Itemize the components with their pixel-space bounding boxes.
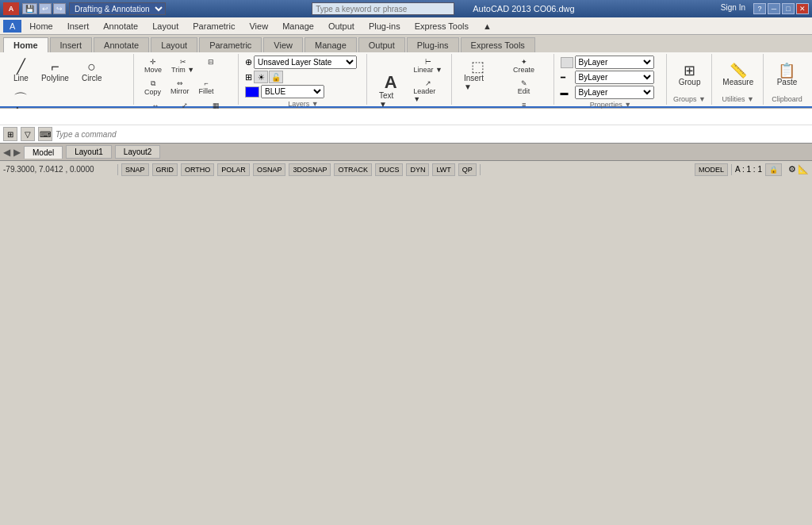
tab-model[interactable]: Model	[24, 146, 63, 159]
tab-manage[interactable]: Manage	[304, 37, 357, 52]
copy-btn[interactable]: ⧉Copy	[140, 77, 165, 98]
polyline-btn[interactable]: ⌐ Polyline	[36, 56, 75, 86]
lwt-btn[interactable]: LWT	[432, 163, 454, 176]
annotation-icon[interactable]: 📐	[798, 164, 809, 174]
restore-btn[interactable]: □	[782, 3, 795, 14]
tab-insert[interactable]: Insert	[50, 37, 93, 52]
copy-icon: ⧉	[151, 79, 155, 88]
menu-item-layout[interactable]: Layout	[146, 20, 185, 33]
utilities-label: Utilities ▼	[718, 94, 758, 103]
edit-btn[interactable]: ✎Edit	[500, 77, 549, 98]
bylayer3-dropdown[interactable]: ByLayer	[575, 86, 654, 99]
tab-plugins[interactable]: Plug-ins	[407, 37, 459, 52]
layer-icon: ⊕	[245, 57, 252, 67]
fillet-btn[interactable]: ⌐Fillet	[195, 77, 218, 98]
layer-freeze-btn[interactable]: ☀	[254, 71, 268, 83]
menu-item-home[interactable]: Home	[23, 20, 59, 33]
ribbon-group-properties: ByLayer ━ ByLayer ▬ ByLayer Properties ▼	[556, 54, 667, 105]
trim-icon: ✂	[180, 58, 186, 66]
group-btn[interactable]: ⊞ Group	[673, 59, 707, 90]
qp-btn[interactable]: QP	[458, 163, 477, 176]
offset-btn[interactable]: ⊟	[200, 56, 222, 76]
workspace-dropdown[interactable]: Drafting & Annotation	[69, 2, 166, 15]
ducs-btn[interactable]: DUCS	[375, 163, 404, 176]
ribbon-group-layers: ⊕ Unsaved Layer State ⊞ ☀ 🔓 BLUE Layers …	[240, 54, 367, 105]
mirror-label: Mirror	[170, 87, 190, 95]
menu-item-view[interactable]: View	[243, 20, 274, 33]
tab-view[interactable]: View	[263, 37, 303, 52]
menu-item-annotate[interactable]: Annotate	[97, 20, 144, 33]
model-space-btn[interactable]: MODEL	[695, 163, 728, 176]
bylayer2-dropdown[interactable]: ByLayer	[575, 71, 654, 84]
layer-state-dropdown[interactable]: Unsaved Layer State	[254, 56, 357, 69]
tab-parametric[interactable]: Parametric	[199, 37, 262, 52]
menu-item-manage[interactable]: Manage	[276, 20, 320, 33]
cmd-search-btn[interactable]: ⊞	[3, 127, 17, 141]
insert-label: Insert ▼	[464, 74, 492, 91]
mirror-btn[interactable]: ⇔Mirror	[167, 77, 193, 98]
tab-annotate[interactable]: Annotate	[94, 37, 149, 52]
tab-home[interactable]: Home	[3, 37, 48, 52]
cmd-arrow-btn[interactable]: ▽	[21, 127, 35, 141]
ortho-btn[interactable]: ORTHO	[181, 163, 214, 176]
color-dropdown[interactable]: BLUE	[261, 85, 324, 98]
text-label: Text ▼	[379, 91, 402, 109]
search-input[interactable]	[312, 2, 454, 15]
grid-btn[interactable]: GRID	[152, 163, 178, 176]
lock-btn[interactable]: 🔒	[765, 163, 782, 176]
measure-label: Measure	[722, 78, 753, 86]
menu-item-more[interactable]: ▲	[477, 20, 498, 33]
create-btn[interactable]: ✦Create	[500, 56, 549, 76]
tab-output[interactable]: Output	[358, 37, 405, 52]
help-btn[interactable]: ?	[753, 3, 766, 14]
status-right-group: MODEL A : 1 : 1 🔒	[695, 163, 782, 176]
circle-btn[interactable]: ○ Circle	[76, 56, 108, 86]
group-icon: ⊞	[684, 63, 695, 78]
menu-item-express[interactable]: Express Tools	[408, 20, 475, 33]
tab-layout[interactable]: Layout	[151, 37, 197, 52]
titlebar-title: AutoCAD 2013 CO06.dwg	[166, 2, 721, 15]
measure-btn[interactable]: 📏 Measure	[717, 59, 759, 90]
paste-icon: 📋	[778, 63, 795, 78]
menu-item-insert[interactable]: Insert	[61, 20, 96, 33]
minimize-btn[interactable]: ─	[768, 3, 780, 14]
layer-lock-btn[interactable]: 🔓	[269, 71, 283, 83]
cmd-type-btn[interactable]: ⌨	[38, 127, 52, 141]
close-btn[interactable]: ✕	[796, 3, 809, 14]
3dosnap-btn[interactable]: 3DOSNAP	[289, 163, 331, 176]
osnap-btn[interactable]: OSNAP	[253, 163, 286, 176]
snap-btn[interactable]: SNAP	[121, 163, 149, 176]
dyn-btn[interactable]: DYN	[406, 163, 429, 176]
polar-btn[interactable]: POLAR	[217, 163, 250, 176]
move-btn[interactable]: ✛Move	[140, 56, 166, 76]
menu-item-output[interactable]: Output	[322, 20, 361, 33]
text-btn[interactable]: A Text ▼	[373, 70, 408, 113]
otrack-btn[interactable]: OTRACK	[334, 163, 372, 176]
menu-item-plugins[interactable]: Plug-ins	[362, 20, 407, 33]
tab-layout2[interactable]: Layout2	[115, 145, 161, 159]
layers-label: Layers ▼	[245, 98, 362, 108]
tab-express[interactable]: Express Tools	[461, 37, 535, 52]
tab-prev-btn[interactable]: ◀	[3, 147, 10, 158]
titlebar-left: A 💾 ↩ ↪ Drafting & Annotation	[3, 2, 166, 15]
text-icon: A	[385, 74, 397, 91]
tab-next-btn[interactable]: ▶	[13, 147, 21, 158]
fillet-label: Fillet	[199, 87, 214, 95]
command-input[interactable]	[56, 127, 809, 141]
copy-label: Copy	[144, 88, 161, 96]
linear-btn[interactable]: ⊢Linear ▼	[409, 56, 446, 76]
leader-btn[interactable]: ↗Leader ▼	[409, 77, 446, 105]
line-btn[interactable]: ╱ Line	[8, 56, 34, 86]
edit-icon: ✎	[521, 79, 527, 87]
quick-access-btns[interactable]: 💾 ↩ ↪	[22, 3, 66, 14]
paste-btn[interactable]: 📋 Paste	[772, 59, 803, 90]
bylayer1-dropdown[interactable]: ByLayer	[575, 56, 654, 69]
fillet-icon: ⌐	[204, 79, 208, 87]
sign-in-btn[interactable]: Sign In	[721, 3, 745, 14]
menu-item-home[interactable]: A	[3, 20, 21, 33]
tab-layout1[interactable]: Layout1	[66, 145, 112, 159]
menu-item-parametric[interactable]: Parametric	[186, 20, 241, 33]
settings-icon[interactable]: ⚙	[788, 164, 796, 174]
trim-btn[interactable]: ✂Trim ▼	[167, 56, 198, 76]
autocad-logo[interactable]: A	[3, 2, 19, 15]
